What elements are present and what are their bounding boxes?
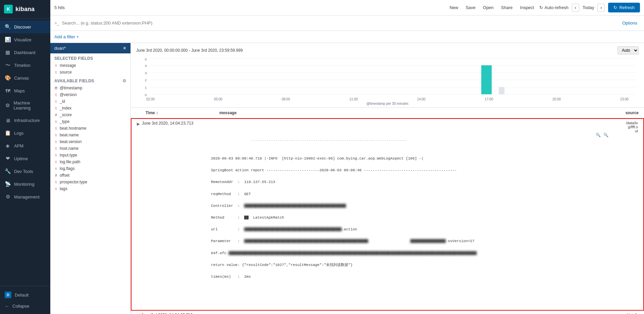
available-field-tags[interactable]: t tags [50,185,130,192]
field-name-label: beat.name [60,133,79,137]
sidebar-item-timelion[interactable]: 〜 Timelion [0,59,50,72]
inspect-link[interactable]: Inspect [518,4,536,11]
sidebar-item-logs[interactable]: 📋 Logs [0,127,50,139]
time-next-btn[interactable]: › [597,4,605,12]
sidebar-item-label: Uptime [14,156,28,161]
sidebar-nav: 🔍 Discover 📊 Visualize ▦ Dashboard 〜 Tim… [0,18,50,286]
sidebar-item-label: Logs [14,131,23,136]
available-field-input-type[interactable]: t input.type [50,152,130,159]
sidebar-item-visualize[interactable]: 📊 Visualize [0,33,50,46]
logs-icon: 📋 [5,130,11,136]
field-type-icon: t [54,180,58,184]
sidebar-item-devtools[interactable]: 🔧 Dev Tools [0,165,50,178]
field-name-label: _index [60,106,71,110]
sidebar-collapse[interactable]: ← Collapse [0,301,50,311]
sidebar-item-label: Dev Tools [14,169,33,174]
sidebar-item-label: Management [14,194,40,199]
sidebar-item-label: Dashboard [14,50,36,55]
field-name-label: tags [60,186,67,191]
field-type-icon: t [54,120,58,124]
chart-axis-label: 02:0005:0008:0011:0014:0017:0020:0023:00… [136,97,639,105]
table-row: ▶ June 3rd 2020, 14:04:23.713 ----------… [131,118,644,311]
available-field-log-flags[interactable]: t log.flags [50,165,130,172]
chart-wrapper: 0 1 2 3 4 5 [136,56,639,97]
ml-icon: ⚙ [5,102,10,108]
main-content: 5 hits New Save Open Share Inspect ↻ Aut… [50,0,644,314]
available-field-version[interactable]: t @version [50,91,130,98]
sort-icon[interactable]: ↕ [156,110,158,115]
field-type-icon: t [54,100,58,103]
sidebar-item-ml[interactable]: ⚙ Machine Learning [0,97,50,114]
log-timestamp: June 3rd 2020, 14:04:23.713 [142,121,209,126]
zoom-in-icon[interactable]: 🔍 [595,132,601,138]
field-name-label: source [60,70,72,75]
time-range-label: June 3rd 2020, 00:00:00.000 - June 3rd 2… [136,48,243,53]
log-row-main: ▶ June 3rd 2020, 14:04:23.713 ----------… [131,119,643,310]
available-field-id[interactable]: t _id [50,98,130,105]
sidebar-item-discover[interactable]: 🔍 Discover [0,20,50,33]
available-field-beat-version[interactable]: t beat.version [50,138,130,145]
available-field-prospector-type[interactable]: t prospector.type [50,179,130,185]
available-field-score[interactable]: # _score [50,111,130,118]
devtools-icon: 🔧 [5,168,11,174]
options-button[interactable]: Options [620,19,640,27]
refresh-btn-label: Refresh [619,5,635,10]
available-field-log-file-path[interactable]: t log.file.path [50,159,130,165]
search-input[interactable] [62,20,617,26]
sidebar-item-label: Maps [14,88,25,93]
field-name-label: log.file.path [60,160,80,164]
field-name-label: beat.version [60,139,82,144]
sidebar-item-apm[interactable]: ◈ APM [0,139,50,152]
field-type-icon: t [54,71,58,74]
management-icon: ⚙ [5,194,11,200]
sidebar-item-canvas[interactable]: 🎨 Canvas [0,72,50,84]
time-prev-btn[interactable]: ‹ [572,4,579,12]
refresh-button[interactable]: ↻ Refresh [608,3,640,12]
add-filter-button[interactable]: Add a filter + [54,34,79,39]
save-link[interactable]: Save [464,4,478,11]
topbar: 5 hits New Save Open Share Inspect ↻ Aut… [50,0,644,15]
sidebar-item-dashboard[interactable]: ▦ Dashboard [0,46,50,59]
kibana-logo-text: kibana [15,6,35,13]
sidebar-item-uptime[interactable]: ❤ Uptime [0,152,50,165]
sidebar-logo: K kibana [0,0,50,18]
available-field-index[interactable]: t _index [50,105,130,111]
table-header: Time ↕ message source [131,108,644,118]
index-pattern-name[interactable]: duan* ✕ [50,43,130,53]
new-link[interactable]: New [447,4,460,11]
available-field-beat-name[interactable]: t beat.name [50,132,130,138]
index-close-icon[interactable]: ✕ [123,46,126,51]
available-field-type[interactable]: t _type [50,118,130,125]
share-link[interactable]: Share [499,4,515,11]
available-field-offset[interactable]: # offset [50,172,130,179]
sidebar-user[interactable]: D Default [0,289,50,301]
time-nav: ‹ Today › [572,4,605,12]
available-fields-header: Available fields ⚙ [50,76,130,85]
expand-row-button[interactable]: ▶ [137,122,140,126]
available-field-beat-hostname[interactable]: t beat.hostname [50,125,130,132]
field-name-label: _score [60,113,72,117]
available-field-timestamp[interactable]: ⏱ @timestamp [50,85,130,91]
svg-text:2: 2 [145,79,147,82]
selected-field-message[interactable]: t message [50,62,130,69]
sidebar-item-management[interactable]: ⚙ Management [0,190,50,203]
sidebar-item-monitoring[interactable]: 📡 Monitoring [0,178,50,190]
field-name-label: @timestamp [60,86,83,90]
sidebar-item-infrastructure[interactable]: 🖥 Infrastructure [0,114,50,127]
available-field-hostname[interactable]: t host.name [50,145,130,152]
zoom-out-icon[interactable]: 🔍 [603,132,609,138]
interval-select[interactable]: Auto [618,46,639,54]
gear-icon[interactable]: ⚙ [122,78,126,83]
field-name-label: _id [60,99,65,104]
monitoring-icon: 📡 [5,181,11,187]
field-type-icon: t [54,160,58,164]
sidebar-item-label: Machine Learning [14,100,46,110]
selected-field-source[interactable]: t source [50,69,130,76]
auto-refresh-toggle[interactable]: ↻ Auto-refresh [539,5,569,10]
dashboard-icon: ▦ [5,49,11,55]
svg-text:0: 0 [145,93,147,96]
sidebar-footer: D Default ← Collapse [0,286,50,314]
col-message-header: message [219,110,612,115]
open-link[interactable]: Open [481,4,496,11]
sidebar-item-maps[interactable]: 🗺 Maps [0,84,50,97]
